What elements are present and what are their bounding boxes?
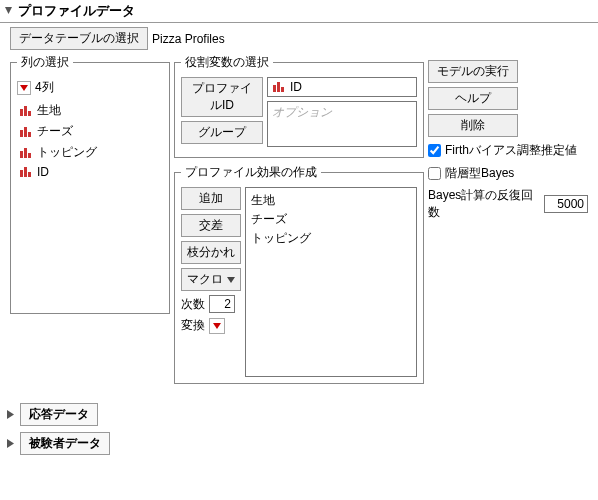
- nominal-icon: [19, 105, 33, 117]
- remove-button[interactable]: 削除: [428, 114, 518, 137]
- svg-marker-18: [213, 323, 221, 329]
- firth-checkbox[interactable]: [428, 144, 441, 157]
- group-button[interactable]: グループ: [181, 121, 263, 144]
- svg-rect-5: [20, 130, 23, 137]
- svg-rect-8: [20, 151, 23, 158]
- transform-label: 変換: [181, 317, 205, 334]
- svg-rect-2: [20, 109, 23, 116]
- actions-panel: モデルの実行 ヘルプ 削除 Firthバイアス調整推定値 階層型Bayes Ba…: [428, 54, 588, 221]
- column-select-legend: 列の選択: [17, 54, 73, 71]
- subject-data-header[interactable]: 被験者データ: [20, 432, 110, 455]
- profile-effects-group: プロファイル効果の作成 追加 交差 枝分かれ マクロ 次数 変換: [174, 164, 424, 384]
- degree-label: 次数: [181, 296, 205, 313]
- profile-id-box[interactable]: ID: [267, 77, 417, 97]
- svg-rect-11: [20, 170, 23, 177]
- disclosure-triangle-icon[interactable]: [4, 5, 14, 17]
- disclosure-right-icon[interactable]: [6, 438, 16, 450]
- effects-list[interactable]: 生地 チーズ トッピング: [245, 187, 417, 377]
- role-variable-legend: 役割変数の選択: [181, 54, 273, 71]
- profile-id-button[interactable]: プロファイルID: [181, 77, 263, 117]
- column-item[interactable]: 生地: [17, 100, 163, 121]
- nominal-icon: [272, 81, 286, 93]
- svg-rect-12: [24, 167, 27, 177]
- role-variable-group: 役割変数の選択 プロファイルID グループ ID オプション: [174, 54, 424, 158]
- select-data-table-button[interactable]: データテーブルの選択: [10, 27, 148, 50]
- profile-effects-legend: プロファイル効果の作成: [181, 164, 321, 181]
- svg-rect-7: [28, 132, 31, 137]
- svg-marker-20: [7, 439, 14, 448]
- svg-marker-1: [20, 85, 28, 91]
- column-item-label: ID: [37, 165, 49, 179]
- svg-rect-10: [28, 153, 31, 158]
- hier-bayes-checkbox-row[interactable]: 階層型Bayes: [428, 164, 588, 183]
- column-item[interactable]: ID: [17, 163, 163, 181]
- column-item[interactable]: トッピング: [17, 142, 163, 163]
- profile-id-value: ID: [290, 80, 302, 94]
- group-placeholder: オプション: [272, 104, 332, 121]
- svg-marker-0: [5, 7, 12, 14]
- disclosure-right-icon[interactable]: [6, 409, 16, 421]
- add-button[interactable]: 追加: [181, 187, 241, 210]
- data-table-name: Pizza Profiles: [152, 32, 225, 46]
- firth-checkbox-row[interactable]: Firthバイアス調整推定値: [428, 141, 588, 160]
- macro-label: マクロ: [187, 271, 223, 288]
- svg-rect-3: [24, 106, 27, 116]
- macro-button[interactable]: マクロ: [181, 268, 241, 291]
- degree-input[interactable]: [209, 295, 235, 313]
- svg-rect-15: [277, 82, 280, 92]
- svg-marker-19: [7, 410, 14, 419]
- effect-item[interactable]: トッピング: [251, 229, 411, 248]
- svg-rect-16: [281, 87, 284, 92]
- effect-item[interactable]: チーズ: [251, 210, 411, 229]
- cross-button[interactable]: 交差: [181, 214, 241, 237]
- iterations-label: Bayes計算の反復回数: [428, 187, 540, 221]
- column-list: 生地 チーズ トッピング ID: [17, 98, 163, 183]
- nominal-icon: [19, 126, 33, 138]
- column-item-label: 生地: [37, 102, 61, 119]
- svg-rect-13: [28, 172, 31, 177]
- chevron-down-icon: [227, 276, 235, 284]
- svg-rect-9: [24, 148, 27, 158]
- svg-rect-14: [273, 85, 276, 92]
- column-select-group: 列の選択 4列 生地 チーズ トッピング ID: [10, 54, 170, 314]
- hier-bayes-label: 階層型Bayes: [445, 165, 514, 182]
- hier-bayes-checkbox[interactable]: [428, 167, 441, 180]
- iterations-input[interactable]: [544, 195, 588, 213]
- svg-marker-17: [227, 277, 235, 283]
- nest-button[interactable]: 枝分かれ: [181, 241, 241, 264]
- effect-item[interactable]: 生地: [251, 191, 411, 210]
- column-item-label: チーズ: [37, 123, 73, 140]
- svg-rect-4: [28, 111, 31, 116]
- column-count-label: 4列: [35, 79, 54, 96]
- column-count-menu[interactable]: [17, 81, 31, 95]
- profile-data-title: プロファイルデータ: [18, 2, 135, 20]
- column-item[interactable]: チーズ: [17, 121, 163, 142]
- help-button[interactable]: ヘルプ: [428, 87, 518, 110]
- nominal-icon: [19, 147, 33, 159]
- group-box[interactable]: オプション: [267, 101, 417, 147]
- svg-rect-6: [24, 127, 27, 137]
- profile-data-header: プロファイルデータ: [0, 0, 598, 23]
- firth-label: Firthバイアス調整推定値: [445, 142, 577, 159]
- column-item-label: トッピング: [37, 144, 97, 161]
- run-model-button[interactable]: モデルの実行: [428, 60, 518, 83]
- transform-menu[interactable]: [209, 318, 225, 334]
- response-data-header[interactable]: 応答データ: [20, 403, 98, 426]
- nominal-icon: [19, 166, 33, 178]
